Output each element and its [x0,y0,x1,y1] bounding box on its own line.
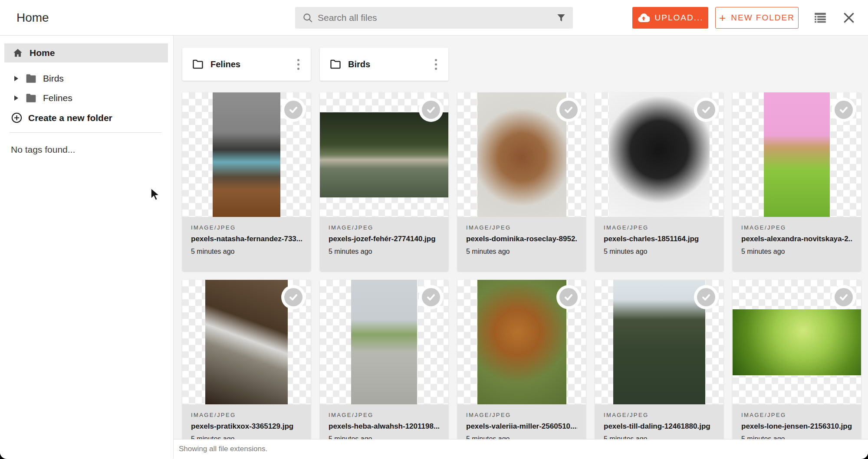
page-title: Home [16,11,49,25]
file-mime-label: IMAGE/JPEG [741,412,852,418]
file-modified-time: 5 minutes ago [466,248,577,256]
select-checkmark-badge[interactable] [694,98,718,122]
file-card[interactable]: IMAGE/JPEG pexels-dominika-roseclay-8952… [457,92,586,271]
file-card[interactable]: IMAGE/JPEG pexels-natasha-fernandez-733.… [182,92,311,271]
file-mime-label: IMAGE/JPEG [329,412,440,418]
folder-card-label: Felines [210,59,294,69]
file-thumbnail-area[interactable] [733,92,861,217]
file-name: pexels-jozef-fehér-2774140.jpg [329,235,440,243]
file-mime-label: IMAGE/JPEG [191,224,302,231]
file-name: pexels-alexandra-novitskaya-2... [741,235,852,243]
file-card[interactable]: IMAGE/JPEG pexels-jozef-fehér-2774140.jp… [320,92,448,271]
select-checkmark-badge[interactable] [556,285,581,309]
folder-icon [25,93,37,103]
new-folder-button[interactable]: + NEW FOLDER [715,7,799,29]
create-new-folder-label: Create a new folder [28,113,112,123]
file-mime-label: IMAGE/JPEG [741,224,852,231]
file-thumbnail-image [764,92,830,217]
sidebar-item-felines[interactable]: Felines [0,88,173,108]
file-mime-label: IMAGE/JPEG [466,224,577,231]
file-thumbnail-area[interactable] [595,280,723,404]
file-card[interactable]: IMAGE/JPEG pexels-till-daling-12461880.j… [595,280,723,459]
select-checkmark-badge[interactable] [832,285,856,309]
plus-icon: + [719,11,726,25]
select-checkmark-badge[interactable] [281,285,306,309]
file-modified-time: 5 minutes ago [191,248,302,256]
folder-icon [25,73,37,84]
chevron-right-icon[interactable] [14,95,18,101]
file-thumbnail-image [320,112,448,197]
file-name: pexels-till-daling-12461880.jpg [604,422,715,431]
sidebar-item-home[interactable]: Home [4,43,168,62]
check-icon [288,104,299,115]
chevron-right-icon[interactable] [14,76,18,81]
check-icon [563,104,574,115]
select-checkmark-badge[interactable] [281,98,306,122]
select-checkmark-badge[interactable] [694,285,718,309]
folder-cards-row: Felines Birds [182,48,448,81]
upload-cloud-icon [638,13,650,23]
file-thumbnail-area[interactable] [457,92,586,217]
check-icon [700,104,712,115]
file-thumbnail-area[interactable] [182,92,311,217]
file-mime-label: IMAGE/JPEG [604,224,715,231]
search-icon [302,12,313,23]
file-card[interactable]: IMAGE/JPEG pexels-charles-1851164.jpg 5 … [595,92,723,271]
file-thumbnail-image [733,309,861,375]
sidebar: Home Birds Felines Create [0,36,174,459]
check-icon [425,292,437,303]
file-mime-label: IMAGE/JPEG [191,412,302,418]
file-thumbnail-image [477,92,566,217]
file-thumbnail-area[interactable] [595,92,723,217]
folder-card[interactable]: Birds [320,48,448,81]
new-folder-button-label: NEW FOLDER [731,13,795,23]
file-card[interactable]: IMAGE/JPEG pexels-lone-jensen-2156310.jp… [733,280,861,459]
file-name: pexels-pratikxox-3365129.jpg [191,422,302,431]
file-card[interactable]: IMAGE/JPEG pexels-valeriia-miller-256051… [457,280,586,459]
upload-button[interactable]: UPLOAD... [632,7,708,29]
file-meta: IMAGE/JPEG pexels-dominika-roseclay-8952… [457,217,586,271]
select-checkmark-badge[interactable] [556,98,581,122]
status-bar: Showing all file extensions. [174,439,868,459]
file-name: pexels-valeriia-miller-2560510.... [466,422,577,431]
check-icon [838,292,849,303]
sidebar-home-label: Home [30,48,55,58]
filter-icon[interactable] [556,12,567,23]
file-card[interactable]: IMAGE/JPEG pexels-pratikxox-3365129.jpg … [182,280,311,459]
kebab-menu-icon[interactable] [431,56,441,72]
select-checkmark-badge[interactable] [419,285,443,309]
select-checkmark-badge[interactable] [419,98,443,122]
file-thumbnail-area[interactable] [733,280,861,404]
file-thumbnail-image [613,280,705,404]
folder-card[interactable]: Felines [182,48,311,81]
file-meta: IMAGE/JPEG pexels-jozef-fehér-2774140.jp… [320,217,448,271]
check-icon [700,292,712,303]
file-thumbnail-area[interactable] [320,92,448,217]
select-checkmark-badge[interactable] [832,98,856,122]
sidebar-birds-label: Birds [43,73,64,84]
folder-card-label: Birds [348,59,431,69]
file-thumbnail-image [351,280,417,404]
check-icon [563,292,574,303]
file-card[interactable]: IMAGE/JPEG pexels-heba-alwahsh-1201198..… [320,280,448,459]
check-icon [838,104,849,115]
create-new-folder-button[interactable]: Create a new folder [0,112,173,124]
file-thumbnail-area[interactable] [182,280,311,404]
file-thumbnail-image [477,280,566,404]
search-input[interactable] [318,13,556,23]
file-grid-row-2: IMAGE/JPEG pexels-pratikxox-3365129.jpg … [182,280,861,459]
close-icon[interactable] [842,10,856,25]
list-view-icon[interactable] [812,10,828,25]
file-thumbnail-image [213,92,280,217]
no-tags-text: No tags found... [11,144,173,155]
file-card[interactable]: IMAGE/JPEG pexels-alexandra-novitskaya-2… [733,92,861,271]
file-name: pexels-charles-1851164.jpg [604,235,715,243]
kebab-menu-icon[interactable] [294,56,303,72]
home-icon [12,47,23,59]
file-thumbnail-area[interactable] [320,280,448,404]
sidebar-felines-label: Felines [43,93,72,103]
file-meta: IMAGE/JPEG pexels-charles-1851164.jpg 5 … [595,217,723,271]
search-bar[interactable] [295,7,573,29]
file-thumbnail-area[interactable] [457,280,586,404]
sidebar-item-birds[interactable]: Birds [0,69,173,88]
